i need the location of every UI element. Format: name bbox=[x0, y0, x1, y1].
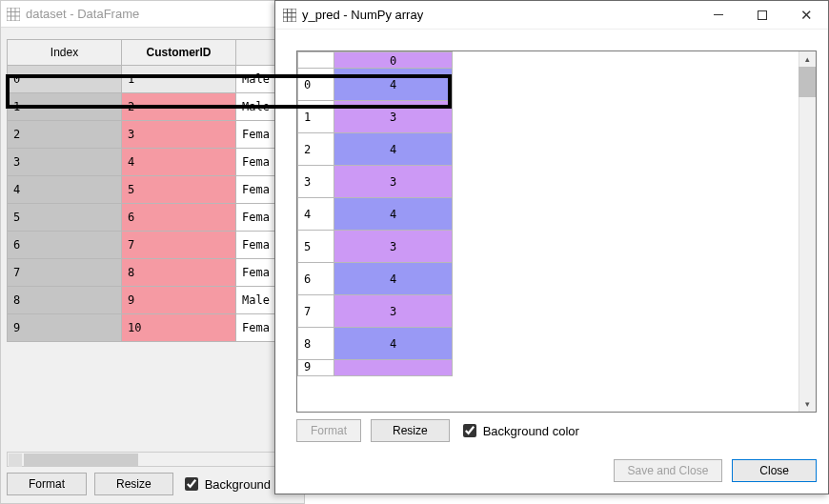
table-row[interactable]: 910Fema bbox=[8, 314, 304, 342]
table-row[interactable]: 33 bbox=[298, 166, 453, 198]
table-row[interactable]: 9 bbox=[298, 360, 453, 376]
value-cell[interactable]: 4 bbox=[334, 133, 453, 166]
value-cell[interactable]: 3 bbox=[334, 295, 453, 328]
index-cell[interactable]: 9 bbox=[298, 360, 334, 376]
value-cell[interactable]: 3 bbox=[334, 166, 453, 198]
index-cell[interactable] bbox=[298, 52, 334, 69]
table-row[interactable]: 73 bbox=[298, 295, 453, 328]
background-color-checkbox-label: Background color bbox=[483, 424, 579, 438]
save-and-close-button: Save and Close bbox=[614, 459, 723, 482]
index-cell[interactable]: 8 bbox=[8, 287, 122, 314]
table-row[interactable]: 24 bbox=[298, 133, 453, 166]
format-button: Format bbox=[296, 419, 361, 442]
close-button[interactable]: Close bbox=[732, 459, 817, 482]
index-cell[interactable]: 9 bbox=[8, 314, 122, 342]
dataset-titlebar: dataset - DataFrame bbox=[1, 1, 304, 28]
index-cell[interactable]: 8 bbox=[298, 328, 334, 360]
format-button[interactable]: Format bbox=[7, 473, 87, 495]
resize-button[interactable]: Resize bbox=[371, 419, 450, 442]
table-row[interactable]: 78Fema bbox=[8, 259, 304, 287]
maximize-button[interactable] bbox=[740, 1, 784, 30]
ypred-window: y_pred - NumPy array ✕ 00413243344536473… bbox=[274, 0, 829, 494]
index-cell[interactable]: 7 bbox=[298, 295, 334, 328]
table-row[interactable]: 89Male bbox=[8, 287, 304, 314]
scroll-down-icon[interactable]: ▾ bbox=[799, 396, 816, 412]
table-row[interactable]: 23Fema bbox=[8, 121, 304, 149]
ypred-titlebar: y_pred - NumPy array ✕ bbox=[275, 1, 828, 30]
minimize-button[interactable] bbox=[697, 1, 740, 30]
background-checkbox-input[interactable] bbox=[185, 477, 198, 491]
index-cell[interactable]: 6 bbox=[298, 263, 334, 295]
ypred-grid[interactable]: 00413243344536473849 ▴ ▾ bbox=[296, 50, 817, 413]
index-cell[interactable]: 2 bbox=[298, 133, 334, 166]
ypred-title: y_pred - NumPy array bbox=[302, 8, 423, 22]
table-row[interactable]: 53 bbox=[298, 231, 453, 263]
resize-button[interactable]: Resize bbox=[94, 473, 173, 495]
table-row[interactable]: 01Male bbox=[8, 66, 304, 93]
table-row[interactable]: 12Male bbox=[8, 93, 304, 121]
minimize-icon bbox=[714, 14, 723, 15]
index-cell[interactable]: 2 bbox=[8, 121, 122, 149]
scroll-up-icon[interactable]: ▴ bbox=[799, 51, 816, 67]
customerid-cell[interactable]: 4 bbox=[122, 149, 236, 176]
table-row[interactable]: 84 bbox=[298, 328, 453, 360]
table-row[interactable]: 64 bbox=[298, 263, 453, 295]
svg-rect-5 bbox=[283, 9, 296, 22]
customerid-cell[interactable]: 7 bbox=[122, 232, 236, 259]
table-row[interactable]: 13 bbox=[298, 101, 453, 133]
background-checkbox[interactable]: Background bbox=[181, 474, 271, 494]
table-row[interactable]: 34Fema bbox=[8, 149, 304, 176]
customerid-cell[interactable]: 10 bbox=[122, 314, 236, 342]
index-cell[interactable]: 5 bbox=[8, 204, 122, 232]
col-header-index[interactable]: Index bbox=[8, 40, 122, 66]
dataset-window: dataset - DataFrame Index CustomerID 01M… bbox=[0, 0, 305, 504]
value-cell[interactable]: 4 bbox=[334, 198, 453, 231]
customerid-cell[interactable]: 1 bbox=[122, 66, 236, 93]
index-cell[interactable]: 0 bbox=[8, 66, 122, 93]
value-cell[interactable]: 0 bbox=[334, 52, 453, 69]
customerid-cell[interactable]: 9 bbox=[122, 287, 236, 314]
svg-rect-0 bbox=[7, 8, 20, 21]
index-cell[interactable]: 1 bbox=[298, 101, 334, 133]
value-cell[interactable]: 3 bbox=[334, 101, 453, 133]
customerid-cell[interactable]: 5 bbox=[122, 176, 236, 204]
value-cell[interactable]: 4 bbox=[334, 328, 453, 360]
index-cell[interactable]: 5 bbox=[298, 231, 334, 263]
close-window-button[interactable]: ✕ bbox=[784, 1, 828, 30]
table-row[interactable]: 45Fema bbox=[8, 176, 304, 204]
scrollbar-thumb[interactable] bbox=[799, 67, 816, 97]
value-cell[interactable]: 3 bbox=[334, 231, 453, 263]
background-checkbox-label: Background bbox=[205, 477, 271, 492]
dataset-grid[interactable]: Index CustomerID 01Male12Male23Fema34Fem… bbox=[7, 39, 304, 455]
value-cell[interactable]: 4 bbox=[334, 69, 453, 101]
grid-icon bbox=[7, 8, 20, 21]
col-header-customerid[interactable]: CustomerID bbox=[122, 40, 236, 66]
index-cell[interactable]: 3 bbox=[298, 166, 334, 198]
index-cell[interactable]: 4 bbox=[8, 176, 122, 204]
table-row[interactable]: 04 bbox=[298, 69, 453, 101]
table-row[interactable]: 67Fema bbox=[8, 232, 304, 259]
table-row[interactable]: 44 bbox=[298, 198, 453, 231]
background-color-checkbox-input[interactable] bbox=[463, 424, 476, 437]
table-row[interactable]: 0 bbox=[298, 52, 453, 69]
vertical-scrollbar[interactable]: ▴ ▾ bbox=[799, 51, 816, 412]
grid-icon bbox=[283, 9, 296, 22]
maximize-icon bbox=[758, 10, 767, 20]
value-cell[interactable] bbox=[334, 360, 453, 376]
customerid-cell[interactable]: 6 bbox=[122, 204, 236, 232]
customerid-cell[interactable]: 3 bbox=[122, 121, 236, 149]
horizontal-scrollbar[interactable] bbox=[7, 452, 298, 467]
index-cell[interactable]: 3 bbox=[8, 149, 122, 176]
index-cell[interactable]: 7 bbox=[8, 259, 122, 287]
index-cell[interactable]: 0 bbox=[298, 69, 334, 101]
background-color-checkbox[interactable]: Background color bbox=[459, 421, 579, 440]
close-icon: ✕ bbox=[800, 7, 813, 24]
index-cell[interactable]: 4 bbox=[298, 198, 334, 231]
customerid-cell[interactable]: 2 bbox=[122, 93, 236, 121]
index-cell[interactable]: 1 bbox=[8, 93, 122, 121]
table-row[interactable]: 56Fema bbox=[8, 204, 304, 232]
value-cell[interactable]: 4 bbox=[334, 263, 453, 295]
dataset-title: dataset - DataFrame bbox=[26, 7, 139, 21]
customerid-cell[interactable]: 8 bbox=[122, 259, 236, 287]
index-cell[interactable]: 6 bbox=[8, 232, 122, 259]
